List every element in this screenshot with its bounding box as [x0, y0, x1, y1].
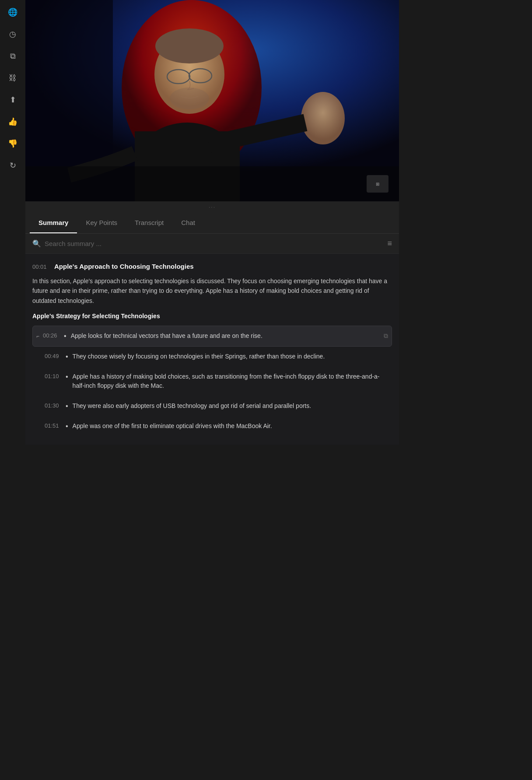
- search-input[interactable]: [45, 240, 158, 247]
- bullet-list: ⌐ 00:26 • Apple looks for technical vect…: [32, 326, 392, 436]
- bullet-timestamp-0[interactable]: 00:26: [43, 331, 60, 339]
- bullet-timestamp-4[interactable]: 01:51: [45, 422, 61, 429]
- bullet-item-0[interactable]: ⌐ 00:26 • Apple looks for technical vect…: [32, 326, 392, 347]
- bullet-item-2[interactable]: 01:10 • Apple has a history of making bo…: [32, 367, 392, 396]
- thumbsup-icon[interactable]: 👍: [5, 114, 21, 130]
- video-player[interactable]: ⊞: [25, 0, 399, 201]
- bullet-dot-2: •: [66, 373, 68, 381]
- bullet-item-3[interactable]: 01:30 • They were also early adopters of…: [32, 396, 392, 416]
- filter-icon[interactable]: ≡: [387, 239, 392, 248]
- section-timestamp[interactable]: 00:01: [32, 264, 49, 270]
- bullet-dot-3: •: [66, 402, 68, 410]
- tabs-bar: Summary Key Points Transcript Chat: [25, 213, 399, 234]
- summary-content: 00:01 Apple's Approach to Choosing Techn…: [25, 254, 399, 445]
- thumbsdown-icon[interactable]: 👎: [5, 136, 21, 151]
- bullet-text-2: Apple has a history of making bold choic…: [73, 372, 388, 391]
- bullet-dot-4: •: [66, 422, 68, 430]
- svg-point-6: [155, 28, 224, 63]
- share-icon[interactable]: ⬆: [5, 92, 21, 108]
- bullet-timestamp-1[interactable]: 00:49: [45, 352, 61, 359]
- bullet-dot-1: •: [66, 353, 68, 361]
- copy-icon[interactable]: ⧉: [5, 48, 21, 64]
- clock-icon[interactable]: ◷: [5, 26, 21, 42]
- bullet-text-1: They choose wisely by focusing on techno…: [73, 352, 388, 362]
- search-left: 🔍: [32, 239, 158, 248]
- section-description: In this section, Apple's approach to sel…: [32, 276, 392, 306]
- tab-chat[interactable]: Chat: [172, 213, 204, 233]
- drag-dots: ···: [209, 204, 216, 210]
- svg-point-11: [301, 92, 345, 144]
- svg-text:⊞: ⊞: [376, 182, 379, 186]
- tab-summary[interactable]: Summary: [30, 213, 77, 233]
- link-icon[interactable]: ⛓: [5, 70, 21, 86]
- bullet-item-1[interactable]: 00:49 • They choose wisely by focusing o…: [32, 347, 392, 367]
- svg-point-10: [170, 88, 209, 109]
- svg-rect-12: [25, 166, 399, 201]
- bullet-text-4: Apple was one of the first to eliminate …: [73, 422, 388, 431]
- globe-icon[interactable]: 🌐: [5, 4, 21, 20]
- bullet-text-3: They were also early adopters of USB tec…: [73, 401, 388, 411]
- row-corner-icon: ⌐: [36, 331, 39, 339]
- resize-handle[interactable]: ···: [25, 201, 399, 213]
- video-thumbnail: ⊞: [25, 0, 399, 201]
- tab-keypoints[interactable]: Key Points: [77, 213, 126, 233]
- main-content: ⊞ ··· Summary Key Points Transcript Chat…: [25, 0, 399, 445]
- copy-bullet-icon-0[interactable]: ⧉: [384, 331, 388, 340]
- bullet-dot-0: •: [64, 332, 66, 340]
- bullet-timestamp-3[interactable]: 01:30: [45, 401, 61, 409]
- bullet-timestamp-2[interactable]: 01:10: [45, 372, 61, 379]
- search-icon: 🔍: [32, 239, 41, 248]
- search-bar: 🔍 ≡: [25, 234, 399, 254]
- sidebar: 🌐 ◷ ⧉ ⛓ ⬆ 👍 👎 ↻: [0, 0, 25, 780]
- tab-transcript[interactable]: Transcript: [126, 213, 172, 233]
- bullet-item-4[interactable]: 01:51 • Apple was one of the first to el…: [32, 416, 392, 436]
- bullet-text-0: Apple looks for technical vectors that h…: [71, 331, 380, 341]
- section-title: Apple's Approach to Choosing Technologie…: [54, 263, 194, 270]
- section-header: 00:01 Apple's Approach to Choosing Techn…: [32, 263, 392, 270]
- refresh-icon[interactable]: ↻: [5, 158, 21, 173]
- subsection-title: Apple's Strategy for Selecting Technolog…: [32, 313, 392, 320]
